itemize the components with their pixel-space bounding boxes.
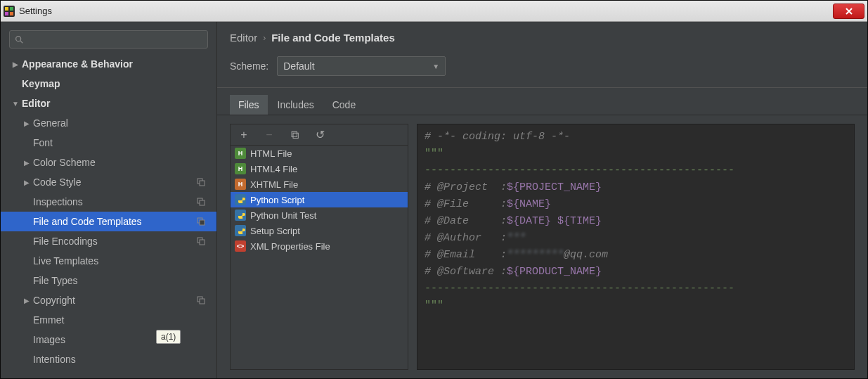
scope-icon bbox=[195, 216, 207, 227]
svg-rect-14 bbox=[200, 240, 205, 245]
template-item[interactable]: Python Script bbox=[231, 192, 408, 207]
template-panel: + − ⧉ ↺ HHTML FileHHTML4 FileHXHTML File… bbox=[230, 124, 408, 370]
body: ▶Appearance & BehaviorKeymap▼Editor▶Gene… bbox=[1, 22, 867, 378]
xml-file-icon: <> bbox=[235, 240, 246, 252]
sidebar-item[interactable]: ▶Appearance & Behavior bbox=[1, 54, 216, 74]
sidebar-item[interactable]: Live Templates bbox=[1, 251, 216, 271]
code-editor[interactable]: # -*- coding: utf-8 -*- """ ------------… bbox=[417, 124, 855, 370]
svg-line-6 bbox=[20, 41, 23, 44]
chevron-right-icon: ▶ bbox=[9, 60, 22, 68]
template-item[interactable]: HXHTML File bbox=[231, 176, 408, 192]
sidebar-item[interactable]: Intentions bbox=[1, 349, 216, 369]
svg-rect-1 bbox=[5, 7, 8, 11]
copy-button[interactable]: ⧉ bbox=[288, 129, 301, 141]
tab-code[interactable]: Code bbox=[324, 95, 364, 115]
sidebar-item-label: Emmet bbox=[33, 314, 64, 326]
svg-point-5 bbox=[16, 37, 21, 41]
chevron-right-icon: › bbox=[263, 33, 266, 43]
close-button[interactable] bbox=[833, 4, 864, 19]
content: + − ⧉ ↺ HHTML FileHHTML4 FileHXHTML File… bbox=[217, 115, 867, 378]
svg-rect-12 bbox=[200, 220, 205, 225]
template-item-label: Setup Script bbox=[250, 226, 300, 236]
settings-window: Settings ▶Appearance & BehaviorKeymap▼Ed… bbox=[0, 0, 868, 379]
sidebar-item[interactable]: ▶Copyright bbox=[1, 290, 216, 310]
breadcrumb-current: File and Code Templates bbox=[271, 32, 395, 44]
sidebar-item-label: File and Code Templates bbox=[33, 216, 142, 227]
chevron-right-icon: ▶ bbox=[20, 120, 33, 127]
sidebar-item-label: Keymap bbox=[22, 78, 60, 89]
sidebar-item-label: Images bbox=[33, 334, 65, 345]
svg-rect-8 bbox=[200, 181, 205, 186]
sidebar-item[interactable]: ▶Color Scheme bbox=[1, 153, 216, 172]
sidebar-item[interactable]: Emmet bbox=[1, 310, 216, 330]
sidebar-item-label: Editor bbox=[22, 98, 50, 109]
main-panel: Editor › File and Code Templates Scheme:… bbox=[217, 22, 867, 378]
sidebar-item-label: Inspections bbox=[33, 196, 83, 207]
search-input[interactable] bbox=[9, 30, 208, 49]
sidebar-item[interactable]: File Encodings bbox=[1, 231, 216, 251]
scope-icon bbox=[195, 176, 207, 188]
sidebar-item-label: Copyright bbox=[33, 295, 75, 306]
sidebar-item[interactable]: Inspections bbox=[1, 192, 216, 212]
breadcrumb: Editor › File and Code Templates bbox=[217, 22, 867, 51]
app-icon bbox=[4, 6, 15, 17]
py-file-icon bbox=[235, 225, 246, 236]
template-item[interactable]: HHTML File bbox=[231, 146, 408, 161]
revert-button[interactable]: ↺ bbox=[313, 128, 326, 141]
tab-files[interactable]: Files bbox=[230, 95, 268, 115]
tooltip-hint: a(1) bbox=[156, 330, 181, 344]
scheme-value: Default bbox=[283, 60, 314, 72]
sidebar-item[interactable]: Font bbox=[1, 133, 216, 153]
scheme-select[interactable]: Default ▼ bbox=[277, 56, 446, 76]
template-item-label: XML Properties File bbox=[250, 241, 330, 252]
template-item-label: HTML4 File bbox=[250, 164, 297, 174]
sidebar-item-label: Appearance & Behavior bbox=[22, 58, 133, 70]
sidebar-item-label: File Encodings bbox=[33, 236, 98, 247]
sidebar-item-label: File Types bbox=[33, 275, 78, 286]
scope-icon bbox=[195, 196, 207, 207]
svg-rect-4 bbox=[10, 12, 13, 15]
template-item-label: Python Unit Test bbox=[250, 210, 316, 221]
chevron-right-icon: ▶ bbox=[20, 159, 33, 167]
tab-includes[interactable]: Includes bbox=[269, 95, 323, 115]
sidebar-item[interactable]: ▶General bbox=[1, 113, 216, 133]
window-title: Settings bbox=[19, 6, 833, 16]
chevron-down-icon: ▼ bbox=[432, 63, 439, 70]
html-file-icon: H bbox=[235, 148, 246, 159]
remove-button[interactable]: − bbox=[263, 129, 276, 141]
sidebar-item[interactable]: File and Code Templates bbox=[1, 212, 216, 231]
template-item-label: Python Script bbox=[250, 195, 304, 205]
sidebar-item-label: Intentions bbox=[33, 354, 76, 365]
xhtml-file-icon: H bbox=[235, 179, 246, 190]
sidebar-item[interactable]: ▶Code Style bbox=[1, 172, 216, 192]
sidebar-item-label: Code Style bbox=[33, 176, 81, 188]
titlebar: Settings bbox=[1, 1, 867, 22]
html-file-icon: H bbox=[235, 163, 246, 174]
svg-rect-3 bbox=[5, 12, 8, 15]
template-item-label: HTML File bbox=[250, 148, 292, 159]
template-item[interactable]: HHTML4 File bbox=[231, 161, 408, 176]
breadcrumb-root[interactable]: Editor bbox=[230, 32, 257, 44]
scope-icon bbox=[195, 236, 207, 247]
scheme-label: Scheme: bbox=[230, 60, 268, 72]
sidebar-item-label: Font bbox=[33, 137, 53, 148]
add-button[interactable]: + bbox=[238, 129, 250, 141]
sidebar-item-label: General bbox=[33, 117, 68, 129]
template-item[interactable]: Python Unit Test bbox=[231, 207, 408, 223]
sidebar-item[interactable]: ▼Editor bbox=[1, 94, 216, 113]
scope-icon bbox=[195, 295, 207, 306]
sidebar-item-label: Color Scheme bbox=[33, 157, 96, 168]
svg-rect-10 bbox=[200, 200, 205, 205]
py-file-icon bbox=[235, 194, 246, 205]
scheme-row: Scheme: Default ▼ bbox=[217, 51, 867, 88]
sidebar-item[interactable]: Keymap bbox=[1, 74, 216, 94]
sidebar-item[interactable]: Images bbox=[1, 330, 216, 349]
py-file-icon bbox=[235, 210, 246, 221]
template-list: HHTML FileHHTML4 FileHXHTML FilePython S… bbox=[231, 146, 408, 254]
template-item[interactable]: Setup Script bbox=[231, 223, 408, 238]
svg-rect-2 bbox=[10, 7, 13, 11]
template-item[interactable]: <>XML Properties File bbox=[231, 238, 408, 254]
settings-tree: ▶Appearance & BehaviorKeymap▼Editor▶Gene… bbox=[1, 54, 216, 369]
sidebar-item[interactable]: File Types bbox=[1, 271, 216, 290]
sidebar: ▶Appearance & BehaviorKeymap▼Editor▶Gene… bbox=[1, 22, 217, 378]
